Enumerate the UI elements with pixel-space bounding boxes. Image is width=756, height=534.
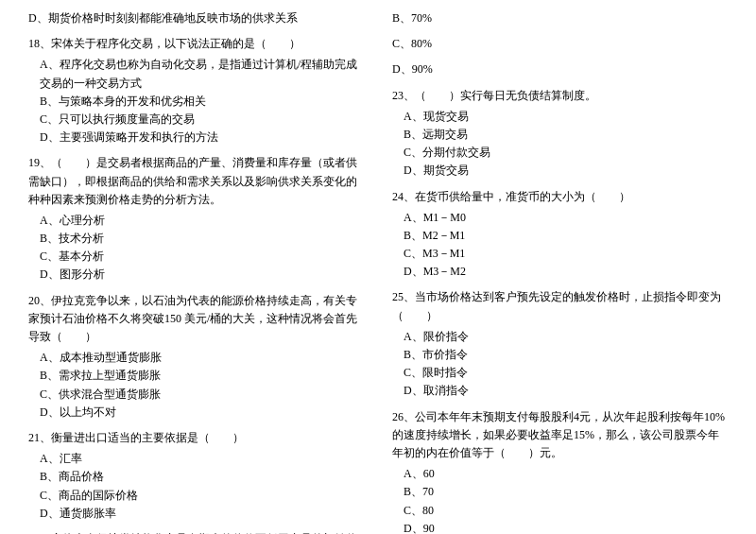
- option-23b: B、远期交易: [392, 126, 728, 144]
- option-24d: D、M3－M2: [392, 263, 728, 281]
- option-20c: C、供求混合型通货膨胀: [28, 386, 364, 404]
- option-text-c80: C、80%: [392, 35, 728, 53]
- option-19c: C、基本分析: [28, 248, 364, 266]
- question-text-24: 24、在货币供给量中，准货币的大小为（ ）: [392, 188, 728, 206]
- option-text-b70: B、70%: [392, 9, 728, 27]
- question-block-19: 19、（ ）是交易者根据商品的产量、消费量和库存量（或者供需缺口），即根据商品的…: [28, 154, 364, 284]
- option-18a: A、程序化交易也称为自动化交易，是指通过计算机/程辅助完成交易的一种交易方式: [28, 56, 364, 92]
- option-20a: A、成本推动型通货膨胀: [28, 349, 364, 367]
- question-block-22: 22、宋体本金保护类结构化产品在期末的价值不低于产品的初始价值或者初始价值的某个…: [28, 530, 364, 534]
- option-26a: A、60: [392, 465, 728, 483]
- question-block-20: 20、伊拉克竞争以来，以石油为代表的能源价格持续走高，有关专家预计石油价格不久将…: [28, 292, 364, 422]
- question-text-18: 18、宋体关于程序化交易，以下说法正确的是（ ）: [28, 35, 364, 53]
- option-25d: D、取消指令: [392, 382, 728, 400]
- option-18c: C、只可以执行频度量高的交易: [28, 111, 364, 129]
- question-block-24: 24、在货币供给量中，准货币的大小为（ ） A、M1－M0 B、M2－M1 C、…: [392, 188, 728, 282]
- question-text-19: 19、（ ）是交易者根据商品的产量、消费量和库存量（或者供需缺口），即根据商品的…: [28, 154, 364, 209]
- option-23c: C、分期付款交易: [392, 144, 728, 162]
- option-24c: C、M3－M1: [392, 245, 728, 263]
- question-block-21: 21、衡量进出口适当的主要依据是（ ） A、汇率 B、商品价格 C、商品的国际价…: [28, 429, 364, 523]
- option-21c: C、商品的国际价格: [28, 487, 364, 505]
- option-d-90: D、90%: [392, 60, 728, 78]
- option-25b: B、市价指令: [392, 346, 728, 364]
- question-text-22: 22、宋体本金保护类结构化产品在期末的价值不低于产品的初始价值或者初始价值的某个…: [28, 530, 364, 534]
- question-text-20: 20、伊拉克竞争以来，以石油为代表的能源价格持续走高，有关专家预计石油价格不久将…: [28, 292, 364, 347]
- question-block-25: 25、当市场价格达到客户预先设定的触发价格时，止损指令即变为（ ） A、限价指令…: [392, 288, 728, 400]
- option-20d: D、以上均不对: [28, 404, 364, 422]
- option-26d: D、90: [392, 520, 728, 534]
- option-26c: C、80: [392, 502, 728, 520]
- left-column: D、期货价格时时刻刻都能准确地反映市场的供求关系 18、宋体关于程序化交易，以下…: [28, 9, 369, 534]
- question-text: D、期货价格时时刻刻都能准确地反映市场的供求关系: [28, 9, 364, 27]
- option-23d: D、期货交易: [392, 162, 728, 180]
- option-20b: B、需求拉上型通货膨胀: [28, 367, 364, 385]
- option-23a: A、现货交易: [392, 108, 728, 126]
- question-block-18: 18、宋体关于程序化交易，以下说法正确的是（ ） A、程序化交易也称为自动化交易…: [28, 35, 364, 146]
- option-25a: A、限价指令: [392, 328, 728, 346]
- option-19d: D、图形分析: [28, 266, 364, 284]
- option-26b: B、70: [392, 483, 728, 501]
- option-21a: A、汇率: [28, 450, 364, 468]
- option-24a: A、M1－M0: [392, 209, 728, 227]
- option-18d: D、主要强调策略开发和执行的方法: [28, 129, 364, 146]
- option-25c: C、限时指令: [392, 364, 728, 382]
- question-text-23: 23、（ ）实行每日无负债结算制度。: [392, 87, 728, 105]
- option-c-80: C、80%: [392, 35, 728, 53]
- question-block-26: 26、公司本年年末预期支付每股股利4元，从次年起股利按每年10%的速度持续增长，…: [392, 408, 728, 534]
- option-21b: B、商品价格: [28, 468, 364, 486]
- question-block-23: 23、（ ）实行每日无负债结算制度。 A、现货交易 B、远期交易 C、分期付款交…: [392, 87, 728, 181]
- option-18b: B、与策略本身的开发和优劣相关: [28, 93, 364, 111]
- option-b-70: B、70%: [392, 9, 728, 27]
- question-text-26: 26、公司本年年末预期支付每股股利4元，从次年起股利按每年10%的速度持续增长，…: [392, 408, 728, 463]
- question-block-d-price: D、期货价格时时刻刻都能准确地反映市场的供求关系: [28, 9, 364, 27]
- question-text-21: 21、衡量进出口适当的主要依据是（ ）: [28, 429, 364, 447]
- question-text-25: 25、当市场价格达到客户预先设定的触发价格时，止损指令即变为（ ）: [392, 288, 728, 324]
- right-column: B、70% C、80% D、90% 23、（ ）实行每日无负债结算制度。 A、现…: [387, 9, 728, 534]
- option-19b: B、技术分析: [28, 230, 364, 248]
- option-24b: B、M2－M1: [392, 227, 728, 245]
- option-21d: D、通货膨胀率: [28, 505, 364, 523]
- option-19a: A、心理分析: [28, 212, 364, 230]
- option-text-d90: D、90%: [392, 60, 728, 78]
